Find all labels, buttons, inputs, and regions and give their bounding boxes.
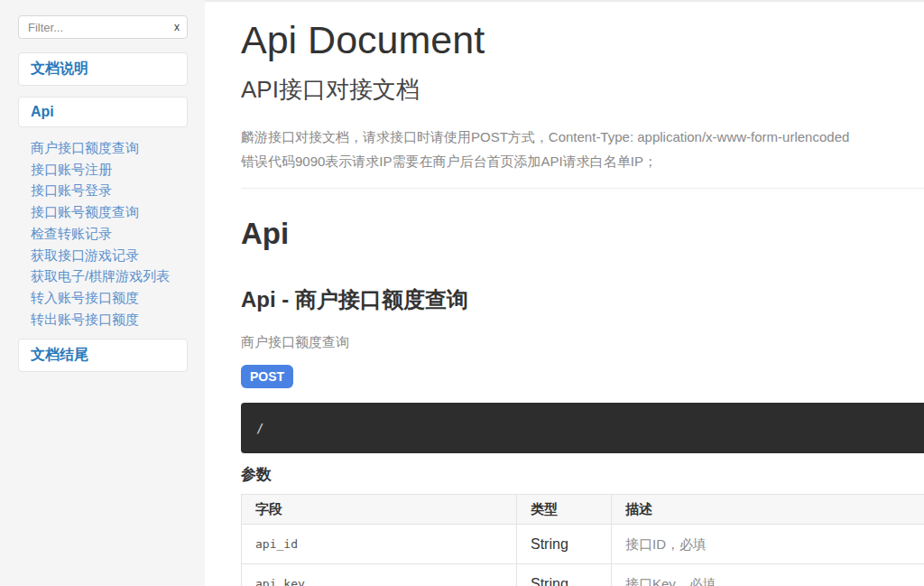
- endpoint-path-code-block: /: [241, 403, 924, 453]
- param-type: String: [517, 564, 612, 586]
- column-header-field: 字段: [242, 495, 517, 525]
- params-table: 字段 类型 描述 api_id String 接口ID，必填 api_key S…: [241, 494, 924, 586]
- param-field: api_key: [242, 564, 517, 586]
- sidebar-link[interactable]: 接口账号额度查询: [31, 201, 188, 223]
- sidebar-section-api[interactable]: Api: [18, 97, 188, 127]
- sidebar-section-doc-footer[interactable]: 文档结尾: [18, 339, 188, 372]
- sidebar-link[interactable]: 转入账号接口额度: [31, 287, 188, 309]
- sidebar-link[interactable]: 检查转账记录: [31, 223, 188, 245]
- sidebar-api-links: 商户接口额度查询 接口账号注册 接口账号登录 接口账号额度查询 检查转账记录 获…: [18, 137, 188, 330]
- param-desc: 接口ID，必填: [612, 525, 924, 564]
- params-heading: 参数: [241, 466, 924, 484]
- column-header-desc: 描述: [612, 495, 924, 525]
- http-method-badge: POST: [241, 365, 293, 388]
- sidebar-link[interactable]: 获取接口游戏记录: [31, 245, 188, 266]
- params-table-header-row: 字段 类型 描述: [242, 495, 924, 525]
- table-row: api_key String 接口Key，必填: [242, 564, 924, 586]
- param-type: String: [517, 525, 612, 564]
- sidebar-link[interactable]: 商户接口额度查询: [31, 137, 188, 159]
- doc-description-line: 麟游接口对接文档，请求接口时请使用POST方式，Content-Type: ap…: [241, 125, 924, 149]
- filter-box: x: [18, 15, 188, 39]
- sidebar-section-doc-intro[interactable]: 文档说明: [18, 52, 188, 86]
- sidebar-link[interactable]: 接口账号注册: [31, 159, 188, 181]
- page-title: Api Document: [241, 16, 924, 63]
- doc-description-line: 错误代码9090表示请求IP需要在商户后台首页添加API请求白名单IP；: [241, 149, 924, 173]
- sidebar-link[interactable]: 接口账号登录: [31, 180, 188, 201]
- page-subtitle: API接口对接文档: [241, 74, 924, 105]
- api-section-title: Api: [241, 216, 924, 252]
- sidebar: x 文档说明 Api 商户接口额度查询 接口账号注册 接口账号登录 接口账号额度…: [0, 0, 205, 586]
- param-desc: 接口Key，必填: [612, 564, 924, 586]
- column-header-type: 类型: [517, 495, 612, 525]
- main-content: Api Document API接口对接文档 麟游接口对接文档，请求接口时请使用…: [205, 2, 924, 586]
- doc-description: 麟游接口对接文档，请求接口时请使用POST方式，Content-Type: ap…: [241, 125, 924, 173]
- section-divider: [241, 188, 924, 189]
- filter-input[interactable]: [18, 15, 188, 39]
- endpoint-label: 商户接口额度查询: [241, 333, 924, 351]
- endpoint-heading: Api - 商户接口额度查询: [241, 286, 924, 313]
- filter-clear-icon[interactable]: x: [174, 22, 180, 33]
- sidebar-link[interactable]: 转出账号接口额度: [31, 309, 188, 330]
- table-row: api_id String 接口ID，必填: [242, 525, 924, 564]
- sidebar-link[interactable]: 获取电子/棋牌游戏列表: [31, 265, 188, 287]
- param-field: api_id: [242, 525, 517, 564]
